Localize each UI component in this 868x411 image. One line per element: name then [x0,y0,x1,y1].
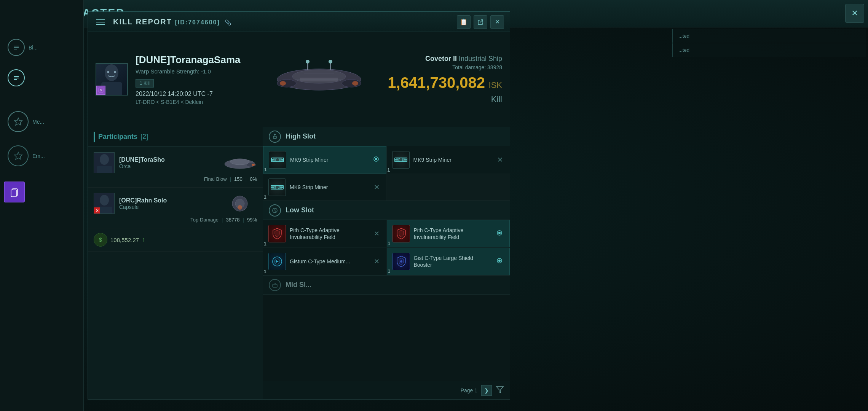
low-slot-title: Low Slot [286,206,314,214]
participant-item[interactable]: [DUNE]ToraSho Orca Final Blow [88,147,263,188]
remove-item-button[interactable]: ✕ [372,228,381,239]
strip-miner-icon [271,181,284,194]
kill-info-section: D [DUNE]ToranagaSama Warp Scramble Stren… [88,32,510,127]
svg-point-42 [238,205,242,210]
sidebar-panel: Bi... Me... [0,0,84,411]
clip-icon: 📎 [225,19,232,25]
svg-point-22 [280,81,286,86]
slot-item[interactable]: 1 Gistum C-Type Medium... ✕ [263,248,386,275]
svg-rect-52 [396,159,406,161]
participant-name: [DUNE]ToraSho [119,156,165,163]
item-name: MK9 Strip Miner [290,184,369,191]
isk-display: 1,641,730,082 ISK [388,74,502,91]
svg-point-38 [100,195,109,206]
modal-close-button[interactable]: ✕ [490,15,504,29]
svg-rect-54 [404,159,407,160]
modal-menu-button[interactable] [94,15,107,29]
low-slot-header: Low Slot [263,201,510,220]
item-qty: 1 [388,269,391,274]
slot-item[interactable]: 1 Pith C-Type Adaptive Invulnerability F… [387,220,510,247]
slot-item[interactable]: 1 MK9 Strip Miner ✕ [387,146,510,174]
svg-rect-43 [273,136,276,139]
avatar-img [94,153,114,173]
sidebar-item-bio[interactable]: Bi... [4,35,80,60]
item-name: MK9 Strip Miner [290,156,368,163]
modal-header: KILL REPORT [ID:7674600] 📎 📋 ✕ [88,12,510,32]
item-name: MK9 Strip Miner [413,156,492,163]
ship-silhouette [262,51,376,108]
item-qty: 1 [264,241,266,247]
participant-details: [ORC]Rahn Solo Capsule [119,197,167,210]
sidebar-item-copy[interactable] [4,176,80,208]
mid-slot-header: Mid Sl... [263,276,510,295]
star2-icon-circle [8,145,29,166]
total-damage-label: Total damage: 38928 [388,64,502,70]
slot-item[interactable]: 1 MK9 Strip Miner ✕ [263,174,386,201]
svg-point-69 [498,260,501,262]
svg-rect-70 [273,284,277,287]
main-close-button[interactable]: ✕ [845,4,864,23]
participants-count: [2] [140,133,148,141]
sidebar-item-star2[interactable]: Em... [4,142,80,170]
share-button[interactable] [474,15,487,29]
separator: | [222,217,223,223]
svg-rect-58 [280,187,283,188]
kill-count-badge: 1 Kill [136,79,154,88]
strip-miner-icon [271,153,284,166]
svg-point-36 [252,164,255,166]
strip-miner-icon [394,153,407,166]
shield-icon [395,227,408,240]
svg-rect-48 [281,159,284,160]
remove-item-button[interactable]: ✕ [496,154,504,166]
next-icon: ❯ [484,387,489,393]
next-page-button[interactable]: ❯ [481,385,492,396]
svg-point-34 [230,159,249,165]
participant-silhouette [94,153,115,173]
item-qty: 1 [264,194,266,200]
kill-datetime: 2022/10/12 14:20:02 UTC -7 [136,91,251,97]
sidebar-item-star1[interactable]: Me... [4,107,80,136]
slot-item[interactable]: 1 MK9 Strip Miner [263,146,386,174]
shield-icon [271,227,284,240]
ship-image [258,41,380,118]
copy-button[interactable]: 📋 [457,15,471,29]
modal-menu-line [96,22,105,22]
status-item: ...ted [672,43,866,57]
mid-slot-icon [269,279,281,291]
svg-point-49 [276,158,279,162]
participants-title: Participants [98,133,137,141]
isk-value: 1,641,730,082 [388,74,485,91]
slot-item[interactable]: 1 Pith C-Type Adaptive Invulnerability F… [263,220,386,247]
participant-top-row: ✕ [ORC]Rahn Solo Capsule [94,193,257,214]
kill-report-modal: KILL REPORT [ID:7674600] 📎 📋 ✕ [88,11,510,400]
capsule-silhouette [223,194,257,213]
remove-item-button[interactable]: ✕ [372,256,381,267]
modal-id: [ID:7674600] [175,19,220,25]
isk-amount: 108,552.27 [110,237,139,243]
slot-item[interactable]: 1 Gist C-Type Large Shield Booster [387,248,510,275]
svg-rect-53 [395,159,398,160]
close-icon: ✕ [851,8,858,18]
svg-point-26 [306,60,310,64]
damage-label: Final Blow [204,176,227,182]
booster-icon [271,255,284,268]
participant-avatar: ✕ [94,193,115,214]
svg-line-62 [275,210,276,212]
remove-item-button[interactable]: ✕ [372,182,381,193]
modal-title: KILL REPORT [ID:7674600] 📎 [113,18,451,26]
item-name: Pith C-Type Adaptive Invulnerability Fie… [414,227,491,241]
svg-rect-32 [97,166,112,173]
sidebar-item-combat[interactable] [4,65,80,90]
filter-button[interactable] [496,385,504,396]
item-icon-pith [393,225,410,242]
separator: | [243,217,244,223]
copy-icon: 📋 [460,18,468,25]
svg-point-27 [329,60,332,64]
share-icon [477,19,484,25]
right-status-area: ...ted ...ted [670,27,868,59]
sidebar-nav: Bi... Me... [0,27,84,216]
participant-item[interactable]: ✕ [ORC]Rahn Solo Capsule [88,188,263,228]
isk-icon: $ [94,233,107,247]
orca-silhouette [223,153,257,172]
svg-rect-56 [272,186,282,188]
